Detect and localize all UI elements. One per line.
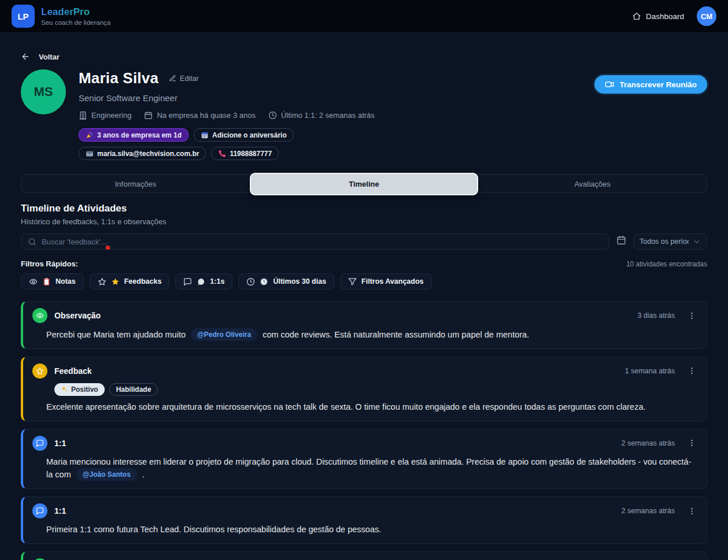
home-icon [632, 12, 641, 21]
period-filter-value: Todos os períodos [640, 238, 689, 246]
activity-menu-button[interactable] [686, 437, 697, 448]
pencil-icon [169, 75, 176, 82]
email-badge[interactable]: maria.silva@techvision.com.br [79, 147, 206, 160]
phone-badge[interactable]: 11988887777 [211, 147, 279, 160]
timeline-subtitle: Histórico de feedbacks, 1:1s e observaçõ… [21, 217, 707, 226]
activity-type-icon [32, 503, 47, 518]
transcribe-meeting-label: Transcrever Reunião [619, 80, 697, 89]
activity-tags: PositivoHabilidade [54, 383, 697, 396]
search-icon [28, 238, 36, 246]
filter-chip-label: Últimos 30 dias [273, 277, 326, 285]
video-icon [605, 80, 614, 89]
back-label: Voltar [39, 53, 60, 61]
nav-dashboard-label: Dashboard [646, 12, 684, 21]
building-icon [79, 111, 87, 120]
timeline-card: Observação 3 dias atrás Percebi que Mari… [21, 301, 707, 349]
activity-timestamp: 2 semanas atrás [622, 507, 675, 515]
activity-type-label: Feedback [54, 366, 92, 376]
meta-tenure: Na empresa há quase 3 anos [144, 111, 256, 120]
app-tagline: Seu coach de liderança [41, 19, 110, 26]
meta-tenure-label: Na empresa há quase 3 anos [157, 111, 256, 120]
back-button[interactable]: Voltar [21, 52, 60, 61]
filter-chip-label: Notas [56, 277, 76, 285]
filter-chip-label: 1:1s [210, 277, 224, 285]
feedback-tag: Positivo [54, 383, 105, 396]
phone-icon [218, 150, 226, 158]
edit-label: Editar [180, 75, 199, 83]
activity-timestamp: 1 semana atrás [625, 367, 675, 375]
activity-list: Observação 3 dias atrás Percebi que Mari… [21, 301, 707, 560]
activity-type-label: 1:1 [54, 439, 66, 448]
user-avatar[interactable]: CM [697, 6, 716, 26]
timeline-card: 1:1 2 semanas atrás Maria mencionou inte… [21, 429, 707, 489]
app-logo: LP [12, 5, 35, 28]
period-filter-select[interactable]: Todos os períodos [633, 233, 707, 250]
activity-type-icon [32, 364, 47, 379]
activity-text: Percebi que Maria tem ajudado muito @Ped… [46, 328, 697, 342]
timeline-card: Observação 1 mês atrás Redução de 25% em… [21, 551, 707, 560]
timeline-card: Feedback 1 semana atrás PositivoHabilida… [21, 357, 707, 421]
anniversary-badge-label: 3 anos de empresa em 1d [97, 131, 182, 139]
brand: LP LeaderPro Seu coach de liderança [12, 5, 110, 28]
profile-role: Senior Software Engineer [79, 93, 582, 103]
meta-last-one-on-one: Último 1:1: 2 semanas atrás [268, 111, 375, 120]
edit-profile-button[interactable]: Editar [169, 75, 199, 83]
anniversary-badge: 3 anos de empresa em 1d [79, 128, 189, 142]
profile-avatar: MS [21, 69, 66, 114]
clipboard-icon [42, 277, 51, 286]
red-dot-indicator [106, 246, 110, 250]
timeline-card: 1:1 2 semanas atrás Primeira 1:1 como fu… [21, 496, 707, 544]
filter-chip-notas[interactable]: Notas [21, 273, 84, 290]
app-name: LeaderPro [41, 6, 110, 18]
arrow-left-icon [21, 52, 30, 61]
tab-timeline[interactable]: Timeline [250, 173, 478, 195]
results-count: 10 atividades encontradas [626, 260, 707, 268]
filter-chip-label: Feedbacks [124, 277, 162, 285]
activity-text: Excelente apresentação sobre arquitetura… [46, 401, 697, 414]
meta-department: Engineering [79, 111, 131, 120]
app-header: LP LeaderPro Seu coach de liderança Dash… [0, 0, 728, 33]
filter-chip-last-30-days[interactable]: Últimos 30 dias [238, 273, 334, 290]
filter-chip-label: Filtros Avançados [361, 277, 423, 285]
clock-icon [268, 111, 277, 120]
sparkles-icon [61, 385, 68, 393]
search-input[interactable] [42, 238, 603, 246]
calendar-filter-button[interactable] [616, 235, 626, 248]
feedback-tag: Habilidade [109, 383, 158, 396]
calendar-emoji-icon [201, 131, 209, 139]
activity-text: Maria mencionou interesse em liderar o p… [46, 456, 697, 482]
activity-type-icon [32, 436, 47, 451]
add-birthday-label: Adicione o aniversário [212, 131, 287, 139]
filter-chip-feedbacks[interactable]: Feedbacks [90, 273, 170, 290]
mention-chip[interactable]: @João Santos [76, 468, 137, 481]
activity-menu-button[interactable] [686, 310, 697, 321]
filter-chip-one-on-ones[interactable]: 1:1s [175, 273, 232, 290]
mail-icon [86, 150, 94, 158]
activity-menu-button[interactable] [686, 365, 697, 376]
main-content: Voltar MS Maria Silva Editar Senior Soft… [0, 52, 728, 560]
meta-department-label: Engineering [91, 111, 131, 120]
add-birthday-badge[interactable]: Adicione o aniversário [194, 128, 294, 142]
activity-menu-button[interactable] [686, 506, 697, 517]
activity-timestamp: 2 semanas atrás [622, 439, 675, 447]
activity-text: Primeira 1:1 como futura Tech Lead. Disc… [46, 524, 697, 536]
star-emoji-icon [111, 277, 120, 286]
profile-section: MS Maria Silva Editar Senior Software En… [21, 69, 707, 160]
mention-chip[interactable]: @Pedro Oliveira [191, 328, 257, 341]
speech-balloon-icon [197, 277, 205, 286]
filter-icon [348, 277, 357, 286]
chevron-down-icon [693, 238, 701, 246]
profile-meta: Engineering Na empresa há quase 3 anos Ú… [79, 111, 582, 120]
calendar-icon [616, 235, 626, 245]
timeline-title: Timeline de Atividades [21, 203, 707, 214]
tab-informacoes[interactable]: Informações [21, 175, 250, 194]
nav-dashboard[interactable]: Dashboard [632, 12, 684, 21]
profile-name: Maria Silva [79, 69, 158, 87]
transcribe-meeting-button[interactable]: Transcrever Reunião [594, 75, 707, 94]
eye-icon [29, 277, 38, 286]
meta-last-one-on-one-label: Último 1:1: 2 semanas atrás [281, 111, 375, 120]
tab-avaliacoes[interactable]: Avaliações [478, 175, 707, 194]
quick-filters-label: Filtros Rápidos: [21, 259, 78, 268]
activity-type-icon [32, 308, 47, 323]
filter-chip-advanced[interactable]: Filtros Avançados [340, 273, 431, 290]
